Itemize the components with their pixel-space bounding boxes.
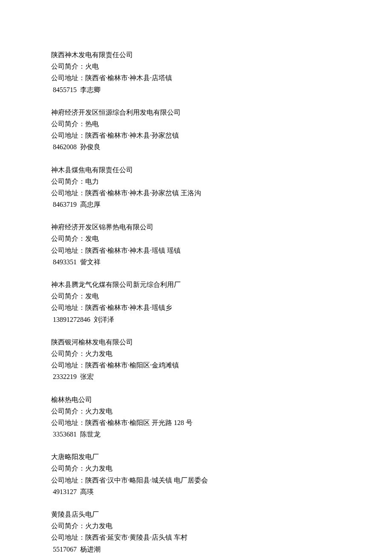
address-label: 公司地址： bbox=[51, 361, 85, 369]
company-name: 陕西神木发电有限责任公司 bbox=[51, 49, 341, 61]
company-name: 神木县腾龙气化煤有限公司新元综合利用厂 bbox=[51, 279, 341, 290]
company-contact: 3353681 陈世龙 bbox=[51, 428, 341, 440]
intro-value: 火力发电 bbox=[85, 465, 112, 472]
company-contact: 8493351 訾文祥 bbox=[51, 256, 341, 268]
company-contact: 8463719 高忠厚 bbox=[51, 199, 341, 210]
intro-value: 火电 bbox=[85, 63, 99, 70]
intro-value: 火力发电 bbox=[85, 350, 112, 357]
intro-value: 电力 bbox=[85, 178, 99, 185]
address-label: 公司地址： bbox=[51, 534, 85, 541]
company-block: 神木县腾龙气化煤有限公司新元综合利用厂公司简介：发电公司地址：陕西省·榆林市·神… bbox=[51, 279, 341, 325]
company-address: 公司地址：陕西省·榆林市·神木县·孙家岔镇 王洛沟 bbox=[51, 187, 341, 199]
company-contact: 8455715 李志卿 bbox=[51, 84, 341, 95]
address-value: 陕西省·汉中市·略阳县·城关镇 电厂居委会 bbox=[85, 477, 208, 484]
intro-label: 公司简介： bbox=[51, 408, 85, 415]
address-value: 陕西省·榆林市·神木县·瑶镇乡 bbox=[85, 304, 172, 311]
company-address: 公司地址：陕西省·榆林市·神木县·瑶镇乡 bbox=[51, 302, 341, 313]
company-address: 公司地址：陕西省·汉中市·略阳县·城关镇 电厂居委会 bbox=[51, 474, 341, 486]
company-block: 榆林热电公司公司简介：火力发电公司地址：陕西省·榆林市·榆阳区 开光路 128 … bbox=[51, 394, 341, 440]
intro-label: 公司简介： bbox=[51, 465, 85, 472]
company-intro: 公司简介：电力 bbox=[51, 176, 341, 187]
company-name: 榆林热电公司 bbox=[51, 394, 341, 405]
company-address: 公司地址：陕西省·榆林市·榆阳区·金鸡滩镇 bbox=[51, 359, 341, 371]
company-address: 公司地址：陕西省·榆林市·神木县·瑶镇 瑶镇 bbox=[51, 245, 341, 256]
address-label: 公司地址： bbox=[51, 189, 85, 197]
company-contact: 2332219 张宏 bbox=[51, 371, 341, 382]
company-contact: 5517067 杨进潮 bbox=[51, 543, 341, 555]
intro-label: 公司简介： bbox=[51, 235, 85, 242]
company-address: 公司地址：陕西省·延安市·黄陵县·店头镇 车村 bbox=[51, 532, 341, 543]
intro-label: 公司简介： bbox=[51, 63, 85, 70]
company-block: 陕西银河榆林发电有限公司公司简介：火力发电公司地址：陕西省·榆林市·榆阳区·金鸡… bbox=[51, 336, 341, 383]
company-intro: 公司简介：火力发电 bbox=[51, 462, 341, 474]
intro-label: 公司简介： bbox=[51, 522, 85, 529]
company-address: 公司地址：陕西省·榆林市·神木县·店塔镇 bbox=[51, 72, 341, 84]
intro-label: 公司简介： bbox=[51, 120, 85, 127]
company-name: 神府经济开发区锦界热电有限公司 bbox=[51, 221, 341, 233]
company-block: 神木县煤焦电有限责任公司公司简介：电力公司地址：陕西省·榆林市·神木县·孙家岔镇… bbox=[51, 164, 341, 211]
intro-label: 公司简介： bbox=[51, 292, 85, 300]
company-intro: 公司简介：发电 bbox=[51, 290, 341, 302]
intro-value: 火力发电 bbox=[85, 408, 112, 415]
address-value: 陕西省·榆林市·榆阳区 开光路 128 号 bbox=[85, 419, 193, 426]
address-value: 陕西省·榆林市·神木县·孙家岔镇 王洛沟 bbox=[85, 189, 201, 197]
company-block: 神府经济开发区锦界热电有限公司公司简介：发电公司地址：陕西省·榆林市·神木县·瑶… bbox=[51, 221, 341, 268]
intro-value: 发电 bbox=[85, 235, 99, 242]
company-intro: 公司简介：火力发电 bbox=[51, 520, 341, 532]
intro-label: 公司简介： bbox=[51, 178, 85, 185]
intro-value: 发电 bbox=[85, 292, 99, 300]
address-label: 公司地址： bbox=[51, 247, 85, 254]
company-address: 公司地址：陕西省·榆林市·神木县·孙家岔镇 bbox=[51, 130, 341, 141]
company-name: 神府经济开发区恒源综合利用发电有限公司 bbox=[51, 107, 341, 118]
address-label: 公司地址： bbox=[51, 419, 85, 426]
company-name: 神木县煤焦电有限责任公司 bbox=[51, 164, 341, 176]
address-label: 公司地址： bbox=[51, 304, 85, 311]
company-block: 陕西神木发电有限责任公司公司简介：火电公司地址：陕西省·榆林市·神木县·店塔镇 … bbox=[51, 49, 341, 95]
address-label: 公司地址： bbox=[51, 477, 85, 484]
company-intro: 公司简介：火力发电 bbox=[51, 405, 341, 417]
intro-value: 火力发电 bbox=[85, 522, 112, 529]
address-value: 陕西省·榆林市·榆阳区·金鸡滩镇 bbox=[85, 361, 179, 369]
address-label: 公司地址： bbox=[51, 74, 85, 81]
company-block: 大唐略阳发电厂公司简介：火力发电公司地址：陕西省·汉中市·略阳县·城关镇 电厂居… bbox=[51, 451, 341, 497]
address-value: 陕西省·榆林市·神木县·店塔镇 bbox=[85, 74, 172, 81]
company-address: 公司地址：陕西省·榆林市·榆阳区 开光路 128 号 bbox=[51, 417, 341, 428]
company-block: 黄陵县店头电厂公司简介：火力发电公司地址：陕西省·延安市·黄陵县·店头镇 车村 … bbox=[51, 509, 341, 555]
company-intro: 公司简介：热电 bbox=[51, 118, 341, 130]
company-name: 大唐略阳发电厂 bbox=[51, 451, 341, 462]
company-contact: 8462008 孙俊良 bbox=[51, 141, 341, 153]
intro-label: 公司简介： bbox=[51, 350, 85, 357]
company-intro: 公司简介：火力发电 bbox=[51, 348, 341, 359]
company-name: 陕西银河榆林发电有限公司 bbox=[51, 336, 341, 348]
address-value: 陕西省·榆林市·神木县·瑶镇 瑶镇 bbox=[85, 247, 181, 254]
address-value: 陕西省·榆林市·神木县·孙家岔镇 bbox=[85, 132, 179, 139]
intro-value: 热电 bbox=[85, 120, 99, 127]
company-contact: 4913127 高瑛 bbox=[51, 486, 341, 497]
address-label: 公司地址： bbox=[51, 132, 85, 139]
company-intro: 公司简介：发电 bbox=[51, 233, 341, 244]
company-contact: 13891272846 刘洋泽 bbox=[51, 314, 341, 325]
company-name: 黄陵县店头电厂 bbox=[51, 509, 341, 520]
company-block: 神府经济开发区恒源综合利用发电有限公司公司简介：热电公司地址：陕西省·榆林市·神… bbox=[51, 107, 341, 153]
document-content: 陕西神木发电有限责任公司公司简介：火电公司地址：陕西省·榆林市·神木县·店塔镇 … bbox=[51, 49, 341, 555]
address-value: 陕西省·延安市·黄陵县·店头镇 车村 bbox=[85, 534, 187, 541]
company-intro: 公司简介：火电 bbox=[51, 61, 341, 72]
